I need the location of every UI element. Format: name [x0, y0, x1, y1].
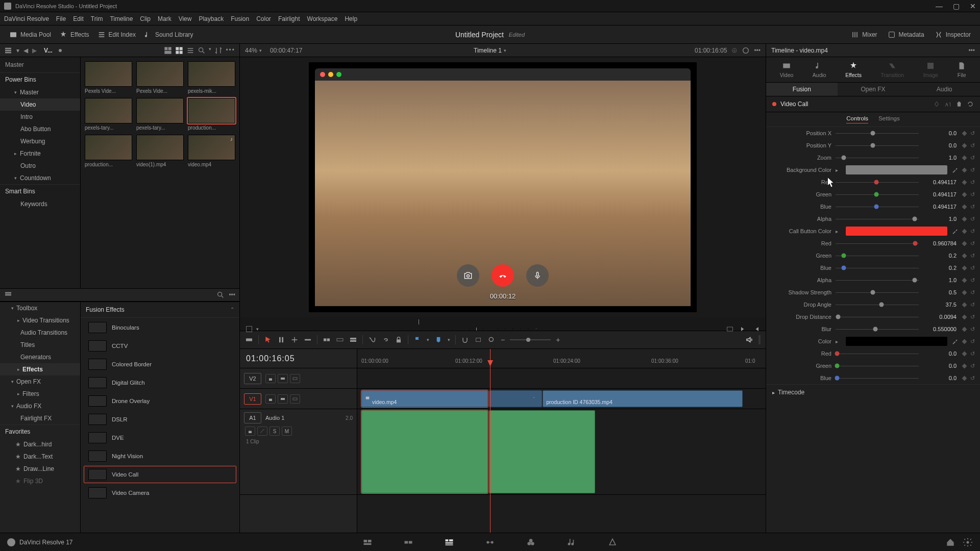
page-edit-icon[interactable]	[444, 537, 454, 547]
param-reset-icon[interactable]: ↺	[970, 326, 975, 333]
param-reset-icon[interactable]: ↺	[970, 228, 975, 235]
param-reset-icon[interactable]: ↺	[970, 350, 975, 357]
chevron-right-icon[interactable]: ▸	[836, 229, 842, 234]
fx-list-header[interactable]: Fusion Effects⌃	[81, 302, 239, 318]
fx-item[interactable]: Binoculars	[84, 319, 236, 336]
fx-item[interactable]: Video Call	[84, 466, 236, 483]
mixer-toggle[interactable]: Mixer	[847, 29, 881, 41]
param-value[interactable]: 0.0	[923, 375, 959, 381]
param-reset-icon[interactable]: ↺	[970, 375, 975, 382]
param-reset-icon[interactable]: ↺	[970, 289, 975, 296]
media-thumb[interactable]: pexels-mik...	[188, 61, 235, 94]
param-reset-icon[interactable]: ↺	[970, 265, 975, 271]
overwrite-icon[interactable]	[336, 336, 344, 344]
track-v2[interactable]	[357, 368, 766, 389]
color-swatch[interactable]	[846, 165, 947, 174]
menu-item[interactable]: Edit	[73, 15, 84, 22]
audio-monitor-icon[interactable]	[745, 335, 754, 344]
media-thumb[interactable]: pexels-tary...	[136, 98, 184, 131]
fx-cat[interactable]: ▸Video Transitions	[0, 314, 80, 327]
track-lock-icon[interactable]	[265, 394, 276, 404]
menu-item[interactable]: Workspace	[307, 15, 338, 22]
view-list-icon[interactable]	[186, 46, 194, 55]
window-maximize[interactable]: ▢	[953, 2, 960, 10]
keyframe-toggle[interactable]	[963, 156, 966, 160]
fx-search-icon[interactable]	[216, 291, 225, 299]
arrow-tool-icon[interactable]	[264, 336, 272, 344]
param-slider[interactable]	[836, 324, 919, 334]
power-bins-header[interactable]: Power Bins	[0, 72, 80, 86]
menu-item[interactable]: Color	[256, 15, 271, 22]
tab-video[interactable]: Video	[777, 60, 797, 79]
retime-icon[interactable]	[368, 336, 376, 344]
timeline-name[interactable]: Timeline 1	[474, 47, 502, 54]
fav-item[interactable]: ★Dark...Text	[0, 450, 80, 463]
menu-item[interactable]: Fairlight	[278, 15, 300, 22]
keyframe-toggle[interactable]	[963, 168, 966, 172]
track-auto-icon[interactable]	[278, 374, 288, 383]
track-lock-icon[interactable]	[245, 427, 255, 436]
param-value[interactable]: 1.0	[923, 216, 959, 222]
transport-last-icon[interactable]	[528, 328, 529, 330]
clip-video[interactable]: video.mp4	[361, 390, 488, 407]
fx-item[interactable]: CCTV	[84, 337, 236, 355]
page-cut-icon[interactable]	[403, 537, 413, 547]
fx-reset-icon[interactable]	[967, 101, 974, 108]
subtab-fusion[interactable]: Fusion	[766, 83, 838, 96]
fav-item[interactable]: ★Flip 3D	[0, 475, 80, 487]
transport-stop-icon[interactable]	[512, 328, 513, 330]
master-bin[interactable]: Master	[0, 57, 80, 72]
param-slider[interactable]	[836, 312, 919, 321]
viewer-timecode-left[interactable]: 00:00:47:17	[270, 47, 302, 54]
param-value[interactable]: 37.5	[923, 302, 959, 308]
timecode-section[interactable]: ▸Timecode	[766, 384, 980, 400]
param-reset-icon[interactable]: ↺	[970, 240, 975, 247]
track-solo[interactable]: S	[270, 427, 280, 436]
param-reset-icon[interactable]: ↺	[970, 204, 975, 210]
view-thumbnail-icon[interactable]	[175, 46, 183, 55]
transform-mode-icon[interactable]	[245, 325, 253, 333]
track-enable-icon[interactable]	[290, 374, 300, 383]
flag-icon[interactable]	[413, 336, 422, 344]
timeline-timecode[interactable]: 01:00:16:05	[240, 349, 357, 368]
color-swatch[interactable]	[846, 337, 947, 346]
transport-prev-icon[interactable]	[504, 328, 506, 330]
fx-enable-dot[interactable]	[772, 102, 776, 106]
viewer-more-icon[interactable]: •••	[754, 47, 761, 54]
fx-compose-icon[interactable]	[944, 101, 951, 108]
param-slider[interactable]	[836, 141, 919, 150]
more-icon[interactable]: •••	[229, 291, 235, 298]
eyedropper-icon[interactable]	[951, 166, 959, 173]
insert-icon[interactable]	[323, 336, 331, 344]
param-slider[interactable]	[836, 214, 919, 223]
blade-tool-icon[interactable]	[304, 336, 312, 344]
gang-icon[interactable]: ⦾	[732, 47, 738, 54]
fx-item[interactable]: Colored Border	[84, 356, 236, 373]
param-slider[interactable]	[836, 263, 919, 272]
fx-item[interactable]: Drone Overlay	[84, 392, 236, 410]
bypass-icon[interactable]	[742, 46, 750, 55]
fx-trash-icon[interactable]	[955, 101, 963, 108]
param-reset-icon[interactable]: ↺	[970, 142, 975, 149]
track-header-a1[interactable]: A1 Audio 1 2.0 S M 1 Clip	[240, 409, 357, 495]
sort-icon[interactable]	[214, 46, 223, 55]
track-lock-icon[interactable]	[265, 374, 276, 383]
smart-bins-header[interactable]: Smart Bins	[0, 184, 80, 198]
keyframe-toggle[interactable]	[963, 340, 966, 343]
bin-item[interactable]: ▾Countdown	[0, 172, 80, 184]
param-value[interactable]: 0.550000	[923, 326, 959, 332]
param-slider[interactable]	[836, 178, 919, 187]
keyframe-toggle[interactable]	[963, 193, 966, 196]
menu-item[interactable]: Trim	[91, 15, 103, 22]
fx-cat[interactable]: Audio Transitions	[0, 327, 80, 339]
favorites-header[interactable]: Favorites	[0, 424, 80, 438]
transport-prev-clip-icon[interactable]	[752, 325, 761, 333]
bin-item[interactable]: Werbung	[0, 135, 80, 147]
lock-icon[interactable]	[395, 336, 403, 344]
sound-library-toggle[interactable]: Sound Library	[140, 29, 198, 41]
fav-item[interactable]: ★Draw...Line	[0, 463, 80, 475]
fav-item[interactable]: ★Dark...hird	[0, 438, 80, 450]
fx-cat[interactable]: ▾Open FX	[0, 375, 80, 388]
keyframe-toggle[interactable]	[963, 132, 966, 135]
zoom-fit-icon[interactable]	[474, 336, 482, 344]
